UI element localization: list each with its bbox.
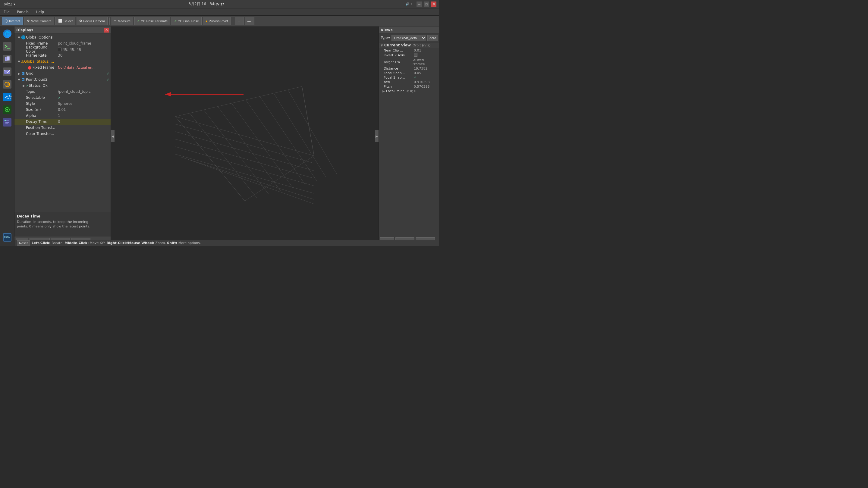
expand-current-view-icon[interactable]: ▼ (381, 44, 383, 47)
expand-status-icon[interactable]: ▶ (22, 84, 26, 87)
target-frame-value[interactable]: <Fixed Frame> (412, 58, 437, 66)
distance-value[interactable]: 19.7382 (414, 67, 428, 70)
maximize-button[interactable]: □ (424, 1, 429, 7)
fixed-frame-value[interactable]: point_cloud_frame (58, 41, 91, 45)
invert-z-value[interactable] (414, 53, 417, 58)
app-icon-files[interactable] (1, 53, 13, 65)
frame-rate-value[interactable]: 30 (58, 53, 62, 58)
middle-click-text: Move X/Y. (90, 241, 107, 245)
tree-row-status-ok[interactable]: ▶ ✓ Status: Ok (14, 83, 111, 89)
expand-pointcloud2-icon[interactable]: ▼ (17, 78, 21, 82)
tree-row-background-color[interactable]: Background Color 48; 48; 48 (14, 46, 111, 53)
close-button[interactable]: ✕ (431, 1, 436, 7)
views-zero-button[interactable]: Zero (427, 35, 438, 41)
select-icon: ⬜ (58, 19, 62, 23)
app-icon-beta[interactable]: 🌐 (1, 28, 13, 40)
move-camera-label: Move Camera (31, 19, 52, 23)
tree-row-grid[interactable]: ▶ ⊞ Grid ✓ (14, 70, 111, 76)
titlebar: RViz2 ▾ 3月2日 16：34 RViz* 🔊 ⚡ ─ □ ✕ (0, 0, 439, 8)
shift-text: More options. (179, 241, 201, 245)
distance-key: Distance (384, 67, 414, 70)
vscode-icon: </> (3, 93, 11, 101)
expand-global-status-icon[interactable]: ▼ (17, 60, 21, 63)
size-value[interactable]: 0.01 (58, 107, 66, 112)
minus-icon: —· (247, 19, 252, 23)
tree-row-frame-rate[interactable]: Frame Rate 30 (14, 53, 111, 59)
select-button[interactable]: ⬜ Select (56, 17, 76, 25)
selectable-value[interactable]: ✓ (58, 96, 61, 100)
background-color-value[interactable]: 48; 48; 48 (63, 47, 82, 52)
focal-shape-1-value[interactable]: 0.05 (414, 71, 421, 75)
focal-point-expand-icon[interactable]: ▶ (382, 90, 385, 93)
app-icon-network[interactable] (1, 78, 13, 90)
invert-z-checkbox[interactable] (414, 53, 417, 57)
size-key: Size (m) (16, 107, 58, 112)
focus-camera-button[interactable]: ✿ Focus Camera (76, 17, 107, 25)
views-kv-target-frame: Target Fra... <Fixed Frame> (379, 58, 439, 66)
goal-pose-button[interactable]: ✔ 2D Goal Pose (172, 17, 201, 25)
yaw-value[interactable]: 0.910398 (414, 80, 430, 84)
app-icon-email[interactable] (1, 66, 13, 78)
displays-close-button[interactable]: ✕ (104, 28, 109, 33)
views-kv-distance: Distance 19.7382 (379, 66, 439, 71)
near-clip-value[interactable]: 0.01 (414, 48, 421, 53)
tree-row-style[interactable]: Style Spheres (14, 101, 111, 107)
views-type-select[interactable]: Orbit (rviz_defa... (392, 35, 426, 41)
tree-row-topic[interactable]: Topic /point_cloud_topic (14, 89, 111, 95)
interact-button[interactable]: ⬡ Interact (2, 17, 23, 25)
tree-row-color-transfor[interactable]: Color Transfor... (14, 131, 111, 137)
selectable-key: Selectable (16, 96, 58, 100)
pitch-value[interactable]: 0.570398 (414, 85, 430, 89)
app-menu-label[interactable]: RViz2 ▾ (2, 2, 16, 6)
svg-line-25 (176, 154, 314, 193)
app-icon-rviz[interactable]: RViz (1, 231, 13, 243)
svg-rect-4 (7, 56, 10, 61)
move-camera-button[interactable]: ✥ Move Camera (24, 17, 54, 25)
minimize-button[interactable]: ─ (416, 1, 422, 7)
pointcloud2-check-icon: ✓ (107, 78, 110, 82)
tree-row-global-options[interactable]: ▼ 🌐 Global Options (14, 34, 111, 40)
tree-row-position-transf[interactable]: Position Transf... (14, 125, 111, 131)
svg-line-27 (190, 160, 314, 204)
menu-panels[interactable]: Panels (16, 9, 30, 15)
grid-checkbox[interactable]: ✓ (107, 71, 110, 76)
tree-row-global-status[interactable]: ▼ ⚠ Global Status: ... (14, 59, 111, 64)
app-icon-checklist[interactable] (1, 116, 13, 128)
add-display-button[interactable]: ＋ (235, 17, 244, 25)
topic-value[interactable]: /point_cloud_topic (58, 90, 91, 94)
checklist-icon (3, 118, 11, 127)
tree-row-alpha[interactable]: Alpha 1 (14, 113, 111, 119)
tree-row-global-status-fixed-frame[interactable]: ⬤ Fixed Frame No tf data. Actual err... (14, 64, 111, 70)
tree-row-selectable[interactable]: Selectable ✓ (14, 95, 111, 101)
reset-button[interactable]: Reset (17, 240, 30, 246)
error-icon: ⬤ (28, 66, 33, 70)
measure-button[interactable]: ━ Measure (112, 17, 133, 25)
svg-line-30 (204, 110, 269, 194)
position-transf-key: Position Transf... (16, 126, 58, 130)
menu-help[interactable]: Help (35, 9, 45, 15)
app-icon-terminal[interactable] (1, 40, 13, 53)
pointcloud2-checkbox[interactable]: ✓ (107, 77, 110, 82)
menu-file[interactable]: File (2, 9, 11, 15)
left-click-key: Left-Click: (32, 241, 51, 245)
viewport[interactable]: ◀ ▶ (111, 27, 378, 246)
decay-time-value[interactable]: 0 (58, 120, 60, 124)
publish-point-button[interactable]: ● Publish Point (203, 17, 231, 25)
toolbar-separator-1 (110, 18, 110, 25)
right-click-text: Zoom. (156, 241, 167, 245)
pose-estimate-button[interactable]: ✔ 2D Pose Estimate (134, 17, 170, 25)
fixed-frame-key: Fixed Frame (16, 41, 58, 45)
displays-tree: ▼ 🌐 Global Options Fixed Frame point_clo… (14, 34, 111, 212)
style-value[interactable]: Spheres (58, 101, 73, 106)
focal-shape-2-value[interactable]: ✓ (414, 76, 416, 79)
tree-row-decay-time[interactable]: Decay Time 0 (14, 119, 111, 125)
alpha-value[interactable]: 1 (58, 113, 60, 118)
app-icon-ros[interactable] (1, 104, 13, 116)
tree-row-pointcloud2[interactable]: ▼ ⊡ PointCloud2 ✓ (14, 76, 111, 83)
app-icon-vscode[interactable]: </> (1, 91, 13, 103)
tree-row-size[interactable]: Size (m) 0.01 (14, 107, 111, 113)
svg-line-26 (181, 157, 314, 199)
toolbar-extra-button[interactable]: —· (245, 17, 254, 25)
expand-global-options-icon[interactable]: ▼ (17, 36, 21, 39)
expand-grid-icon[interactable]: ▶ (17, 72, 21, 75)
